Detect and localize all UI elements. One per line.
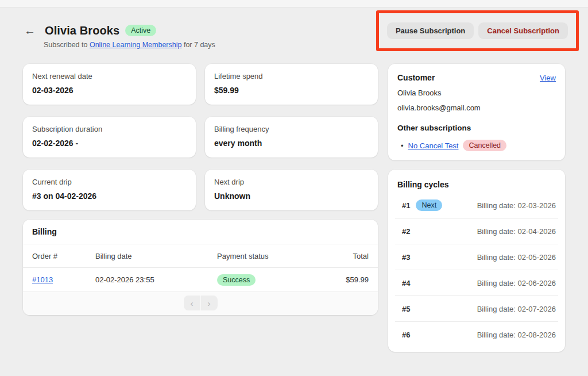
stat-card-current-drip: Current drip #3 on 04-02-2026 (23, 170, 196, 210)
other-subscriptions-title: Other subscriptions (397, 124, 556, 132)
stat-card-next-renewal: Next renewal date 02-03-2026 (23, 64, 196, 105)
stat-value: Unknown (214, 191, 369, 201)
stat-label: Billing frequency (214, 125, 369, 133)
cycle-number: #6 (402, 331, 410, 339)
stat-value: $59.99 (214, 86, 369, 95)
other-subscription-link[interactable]: No Cancel Test (408, 141, 459, 150)
cycle-date: Billing date: 02-05-2026 (477, 253, 556, 262)
title-line: ← Olivia Brooks Active (23, 24, 215, 37)
bullet-icon: • (401, 141, 404, 150)
cycle-row: #2 Billing date: 02-04-2026 (388, 218, 565, 244)
payment-status-badge: Success (217, 274, 256, 286)
billing-cycles-card: Billing cycles #1 Next Billing date: 02-… (388, 170, 565, 352)
stat-label: Lifetime spend (214, 72, 369, 80)
order-link[interactable]: #1013 (32, 275, 53, 284)
cancel-subscription-button[interactable]: Cancel Subscription (478, 22, 568, 39)
cycle-date: Billing date: 02-04-2026 (477, 227, 556, 236)
header-left: ← Olivia Brooks Active Subscribed to Onl… (23, 21, 215, 49)
cycle-row: #3 Billing date: 02-05-2026 (388, 244, 565, 270)
cycle-date: Billing date: 02-08-2026 (477, 331, 556, 339)
customer-card-head: Customer View (397, 73, 556, 82)
stat-value: 02-02-2026 - (32, 139, 187, 148)
billing-card: Billing Order # Billing date Payment sta… (23, 220, 378, 315)
cycle-date: Billing date: 02-03-2026 (477, 201, 556, 210)
stat-value: 02-03-2026 (32, 86, 187, 95)
stat-card-billing-frequency: Billing frequency every month (205, 117, 378, 158)
billing-table-header: Order # Billing date Payment status Tota… (23, 244, 378, 267)
stats-grid: Next renewal date 02-03-2026 Lifetime sp… (23, 64, 378, 210)
stat-card-subscription-duration: Subscription duration 02-02-2026 - (23, 117, 196, 158)
plan-link[interactable]: Online Learning Membership (90, 41, 182, 49)
stat-value: #3 on 04-02-2026 (32, 191, 187, 201)
cycle-number: #2 (402, 227, 410, 236)
billing-card-title: Billing (23, 220, 378, 244)
cycle-date: Billing date: 02-06-2026 (477, 279, 556, 287)
page-title: Olivia Brooks (45, 24, 119, 37)
cycle-number: #1 (402, 201, 410, 210)
next-badge: Next (416, 199, 442, 211)
cycle-row: #6 Billing date: 02-08-2026 (388, 322, 565, 347)
table-row: #1013 02-02-2026 23:55 Success $59.99 (23, 268, 378, 291)
cycle-row: #1 Next Billing date: 02-03-2026 (388, 193, 565, 218)
customer-email: olivia.brooks@gmail.com (397, 103, 556, 112)
cycle-number: #3 (402, 253, 410, 262)
cycle-row: #5 Billing date: 02-07-2026 (388, 296, 565, 321)
subtitle-prefix: Subscribed to (44, 41, 87, 49)
stat-label: Current drip (32, 178, 187, 186)
col-header-payment-status: Payment status (217, 252, 323, 260)
cycle-left: #1 Next (402, 199, 442, 211)
subscription-subtitle: Subscribed to Online Learning Membership… (44, 41, 215, 49)
right-column: Customer View Olivia Brooks olivia.brook… (388, 64, 565, 352)
col-header-total: Total (323, 252, 369, 260)
chevron-right-icon[interactable]: › (201, 296, 218, 310)
stat-label: Next drip (214, 178, 369, 186)
top-divider (0, 0, 588, 7)
main-grid: Next renewal date 02-03-2026 Lifetime sp… (23, 64, 565, 352)
customer-card: Customer View Olivia Brooks olivia.brook… (388, 64, 565, 160)
cycle-row: #4 Billing date: 02-06-2026 (388, 270, 565, 296)
other-subscription-item: • No Cancel Test Cancelled (397, 140, 556, 151)
billing-cycles-title: Billing cycles (388, 173, 565, 193)
stat-card-next-drip: Next drip Unknown (205, 170, 378, 210)
left-column: Next renewal date 02-03-2026 Lifetime sp… (23, 64, 378, 315)
chevron-left-icon[interactable]: ‹ (184, 296, 200, 310)
billing-date-cell: 02-02-2026 23:55 (95, 275, 217, 284)
cycle-date: Billing date: 02-07-2026 (477, 305, 556, 313)
cancelled-badge: Cancelled (463, 140, 506, 151)
cycle-number: #5 (402, 305, 410, 313)
customer-card-title: Customer (397, 73, 435, 82)
pause-subscription-button[interactable]: Pause Subscription (387, 22, 474, 39)
col-header-order: Order # (32, 252, 95, 260)
status-badge: Active (125, 25, 156, 36)
view-customer-link[interactable]: View (540, 74, 556, 82)
billing-pagination: ‹ › (23, 291, 378, 315)
pager: ‹ › (184, 296, 218, 310)
subtitle-suffix: for 7 days (184, 41, 215, 49)
total-cell: $59.99 (323, 275, 369, 284)
cycle-number: #4 (402, 279, 410, 287)
back-icon[interactable]: ← (23, 24, 37, 37)
customer-name: Olivia Brooks (397, 89, 556, 97)
stat-label: Subscription duration (32, 125, 187, 133)
annotation-highlight-box: Pause Subscription Cancel Subscription (376, 10, 579, 51)
col-header-billing-date: Billing date (95, 252, 217, 260)
stat-card-lifetime-spend: Lifetime spend $59.99 (205, 64, 378, 105)
page-content: ← Olivia Brooks Active Subscribed to Onl… (0, 7, 588, 352)
stat-label: Next renewal date (32, 72, 187, 80)
stat-value: every month (214, 139, 369, 148)
